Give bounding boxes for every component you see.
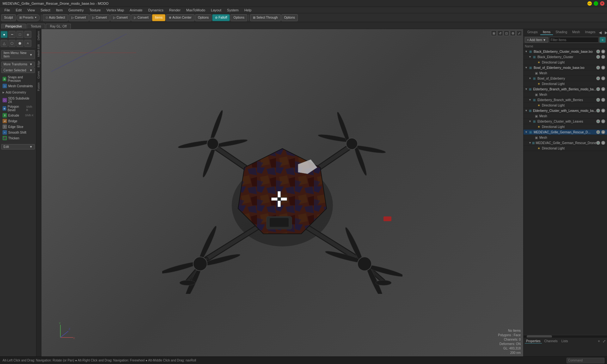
arrow-icon[interactable]: ▼	[529, 98, 531, 101]
horizontal-scrollbar[interactable]	[524, 335, 607, 337]
selectthrough-button[interactable]: ⊞ Select Through	[250, 14, 281, 21]
tab-lists[interactable]: Lists	[560, 339, 569, 343]
scene-item-4[interactable]: ▼ ⊞ Bowl_of_Elderberry_modo_base.lxo ● ●	[524, 65, 607, 70]
scene-items-list[interactable]: ▼ ⊞ Black_Elderberry_Cluster_modo_base.l…	[524, 49, 607, 335]
menu-item[interactable]: Item	[53, 8, 65, 13]
tab-groups[interactable]: Groups	[525, 30, 540, 35]
viewport-grid-btn[interactable]: ⊞	[491, 30, 497, 36]
scene-item-12[interactable]: ▶ ☀ Directional Light	[524, 124, 607, 130]
arrow-icon[interactable]: ▼	[529, 55, 531, 58]
viewport-settings-btn[interactable]: ⚙	[510, 30, 516, 36]
strip-mesh-edit[interactable]: Mesh Edit	[36, 42, 41, 59]
scene-item-4a[interactable]: ▶ ▣ Mesh	[524, 70, 607, 76]
arrow-icon[interactable]: ▼	[525, 130, 528, 134]
menu-system[interactable]: System	[224, 8, 241, 13]
close-button[interactable]: ✕	[600, 1, 604, 6]
options3-button[interactable]: Options	[281, 14, 298, 21]
panel-plus-btn[interactable]: +	[598, 339, 600, 343]
convert4-button[interactable]: ▷ Convert	[131, 14, 151, 21]
arrow-icon[interactable]: ▼	[529, 77, 531, 80]
scene-item-6[interactable]: ▶ ☀ Directional Light	[524, 81, 607, 87]
tab-shading[interactable]: Shading	[553, 30, 570, 35]
bridge-tool[interactable]: ⇌ Bridge	[1, 118, 35, 124]
vis-icon[interactable]: ●	[596, 98, 600, 102]
arrow-icon[interactable]: ▼	[525, 66, 528, 69]
render-vis-icon[interactable]: ●	[601, 50, 605, 53]
tab-texture[interactable]: Texture	[27, 24, 45, 29]
vis-icon[interactable]: ●	[596, 66, 600, 70]
items-view-btn[interactable]: ≡	[599, 37, 606, 43]
render-vis-icon[interactable]: ●	[601, 141, 605, 145]
viewport-fit-btn[interactable]: ⊡	[504, 30, 509, 36]
scene-item-13a[interactable]: ▶ ▣ Mesh	[524, 135, 607, 140]
vis-icon[interactable]: ●	[596, 130, 600, 134]
menu-dynamics[interactable]: Dynamics	[146, 8, 166, 13]
autoselect-button[interactable]: ⊙ Auto Select	[43, 14, 68, 21]
thicken-tool[interactable]: ⬛ Thicken	[1, 135, 35, 141]
menu-help[interactable]: Help	[242, 8, 254, 13]
mode-item-btn[interactable]: ◈	[24, 31, 31, 38]
edit-dropdown[interactable]: Edit ▼	[1, 144, 35, 149]
sculpt-button[interactable]: Sculpt	[1, 14, 16, 21]
convert2-button[interactable]: ▷ Convert	[89, 14, 110, 21]
tab-channels[interactable]: Channels	[543, 339, 559, 343]
mode-vertex-btn[interactable]: ●	[1, 31, 8, 38]
tab-perspective[interactable]: Perspective	[1, 24, 26, 29]
item-menu-dropdown[interactable]: Item Menu: New Item ▼	[1, 50, 35, 59]
options1-button[interactable]: Options	[195, 14, 212, 21]
render-vis-icon[interactable]: ●	[601, 76, 605, 80]
mesh-constraints-tool[interactable]: ◇ Mesh Constraints	[1, 83, 35, 89]
render-vis-icon[interactable]: ●	[601, 98, 605, 102]
vis-icon[interactable]: ●	[596, 141, 600, 145]
extrude-tool[interactable]: ⬆ Extrude Shift-X	[1, 112, 35, 118]
vis-icon[interactable]: ●	[596, 50, 600, 53]
render-vis-icon[interactable]: ●	[601, 55, 605, 59]
smooth-shift-tool[interactable]: ≈ Smooth Shift	[1, 130, 35, 135]
panel-collapse-btn[interactable]: ◀	[598, 30, 603, 35]
menu-texture[interactable]: Texture	[87, 8, 103, 13]
options2-button[interactable]: Options	[230, 14, 247, 21]
menu-render[interactable]: Render	[167, 8, 183, 13]
add-geometry-header[interactable]: ▶ Add Geometry	[1, 90, 35, 95]
scene-item-8[interactable]: ▼ ⊞ Elderberry_Branch_with_Berries ● ●	[524, 97, 607, 103]
render-vis-icon[interactable]: ●	[601, 66, 605, 70]
viewport-expand-btn[interactable]: ⤢	[516, 30, 522, 36]
maximize-button[interactable]: □	[594, 1, 598, 6]
convert3-button[interactable]: ▷ Convert	[110, 14, 131, 21]
panel-expand-btn2[interactable]: ⤢	[603, 339, 606, 343]
more-transforms-dropdown[interactable]: More Transforms ▼	[1, 62, 35, 67]
scene-item-3[interactable]: ▶ ☀ Directional Light	[524, 60, 607, 65]
tab-raygl[interactable]: Ray GL: Off	[46, 24, 71, 29]
arrow-icon[interactable]: ▼	[529, 141, 531, 144]
arrow-icon[interactable]: ▼	[525, 109, 528, 112]
mode-c-btn[interactable]: ⬢	[16, 40, 23, 47]
strip-curve[interactable]: Curve	[36, 69, 41, 81]
convert1-button[interactable]: ▷ Convert	[69, 14, 89, 21]
vis-icon[interactable]: ●	[596, 55, 600, 59]
scene-item-5[interactable]: ▼ ⊞ Bowl_of_Elderberry ● ●	[524, 76, 607, 81]
scene-item-10[interactable]: ▼ ⊞ Elderberry_Cluster_with_Leaves_modo_…	[524, 108, 607, 113]
center-selected-dropdown[interactable]: Center Selected ▼	[1, 68, 35, 73]
mode-edge-btn[interactable]: ━	[9, 31, 15, 38]
scene-item-10a[interactable]: ▶ ▣ Mesh	[524, 113, 607, 119]
scene-item-13[interactable]: ▼ ⊞ MEDEVAC_Grille_German_Rescue_D... ● …	[524, 130, 607, 135]
presets-button[interactable]: ⊞ Presets ▼	[16, 14, 40, 21]
mode-polygon-btn[interactable]: □	[16, 31, 23, 38]
tab-images[interactable]: Images	[582, 30, 598, 35]
render-vis-icon[interactable]: ●	[601, 130, 605, 134]
action-center-button[interactable]: ⊕ Action Center	[166, 14, 194, 21]
falloff-button[interactable]: ⊘ Falloff	[212, 14, 230, 21]
polygon-bevel-tool[interactable]: ◈ Polygon Bevel Shift-B	[1, 104, 35, 112]
strip-fusion[interactable]: Fusion	[36, 81, 41, 93]
scene-item-9[interactable]: ▶ ☀ Directional Light	[524, 103, 607, 108]
menu-geometry[interactable]: Geometry	[66, 8, 86, 13]
arrow-icon[interactable]: ▼	[525, 88, 528, 91]
scene-item-1[interactable]: ▼ ⊞ Black_Elderberry_Cluster_modo_base.l…	[524, 49, 607, 54]
sds-subdivide-tool[interactable]: ⬡ SDS Subdivide 2X	[1, 96, 35, 104]
scene-item-11[interactable]: ▼ ⊞ Elderberry_Cluster_with_Leaves ● ●	[524, 119, 607, 124]
tab-properties[interactable]: Properties	[525, 339, 542, 343]
filter-items-input[interactable]	[549, 37, 598, 43]
edge-slice-tool[interactable]: ⌇ Edge Slice	[1, 124, 35, 130]
menu-view[interactable]: View	[25, 8, 38, 13]
tab-mesh[interactable]: Mesh	[570, 30, 582, 35]
